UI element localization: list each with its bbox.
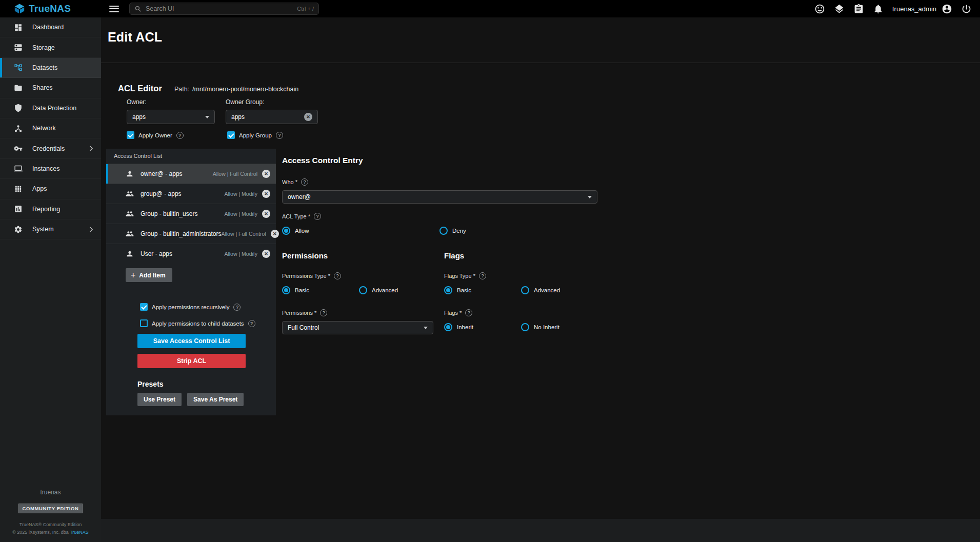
radio-allow-dot[interactable] [282, 227, 290, 235]
strip-acl-button[interactable]: Strip ACL [137, 354, 246, 368]
notifications-bell-icon[interactable] [873, 4, 884, 14]
user-icon [126, 250, 134, 258]
sidebar-item-label: Shares [32, 84, 53, 91]
acl-type-label: ACL Type * [282, 213, 703, 220]
acl-entry-user-apps[interactable]: User - apps Allow | Modify [106, 244, 276, 264]
sidebar-item-storage[interactable]: Storage [0, 37, 101, 57]
help-icon[interactable] [233, 304, 241, 311]
help-icon[interactable] [301, 178, 308, 186]
help-icon[interactable] [248, 320, 255, 327]
jobs-layers-icon[interactable] [834, 4, 845, 14]
help-icon[interactable] [276, 132, 283, 139]
help-icon[interactable] [320, 309, 327, 316]
sidebar-item-data-protection[interactable]: Data Protection [0, 98, 101, 118]
apply-recursively-checkbox[interactable] [140, 303, 148, 311]
help-icon[interactable] [334, 272, 341, 279]
permissions-type-radio-group: Basic Advanced [282, 286, 444, 294]
use-preset-button[interactable]: Use Preset [137, 393, 182, 406]
copyright-text: TrueNAS® Community Edition © 2025 iXsyst… [0, 521, 101, 536]
apply-group-checkbox-row[interactable]: Apply Group [227, 131, 283, 139]
sidebar-item-network[interactable]: Network [0, 118, 101, 138]
delete-entry-icon[interactable] [271, 230, 279, 238]
search-shortcut-hint: Ctrl + / [297, 6, 314, 12]
help-icon[interactable] [479, 272, 486, 279]
owner-group-value: apps [231, 113, 245, 121]
radio-flags-advanced[interactable]: Advanced [521, 286, 560, 294]
apply-owner-checkbox-row[interactable]: Apply Owner [127, 131, 227, 139]
network-icon [14, 124, 23, 133]
flags-type-label: Flags Type * [444, 272, 703, 279]
help-icon[interactable] [314, 213, 321, 220]
presets-title: Presets [137, 380, 276, 388]
sidebar-item-system[interactable]: System [0, 219, 101, 239]
radio-no-inherit-dot[interactable] [521, 323, 529, 331]
delete-entry-icon[interactable] [262, 250, 270, 258]
permissions-select[interactable]: Full Control [282, 321, 433, 334]
apply-recursively-row[interactable]: Apply permissions recursively [140, 303, 276, 311]
radio-basic-dot[interactable] [444, 286, 452, 294]
radio-advanced-dot[interactable] [521, 286, 529, 294]
help-icon[interactable] [465, 309, 472, 316]
save-acl-button[interactable]: Save Access Control List [137, 334, 246, 348]
save-as-preset-button[interactable]: Save As Preset [187, 393, 244, 406]
acl-entry-builtin-administrators[interactable]: Group - builtin_administrators Allow | F… [106, 224, 276, 244]
who-select[interactable]: owner@ [282, 190, 597, 204]
radio-permissions-basic[interactable]: Basic [282, 286, 359, 294]
tasks-clipboard-icon[interactable] [853, 4, 864, 14]
acl-editor-header: ACL Editor Path: /mnt/monero-pool/monero… [118, 84, 298, 93]
radio-basic-dot[interactable] [282, 286, 290, 294]
help-icon[interactable] [176, 132, 184, 139]
delete-entry-icon[interactable] [262, 210, 270, 218]
acl-entry-builtin-users[interactable]: Group - builtin_users Allow | Modify [106, 204, 276, 224]
sidebar-item-label: Dashboard [32, 24, 64, 31]
search-box[interactable]: Ctrl + / [129, 3, 319, 15]
radio-advanced-dot[interactable] [359, 286, 367, 294]
apps-grid-icon [14, 185, 23, 193]
owner-select[interactable]: apps [127, 110, 215, 124]
truenas-logo[interactable]: TrueNAS [0, 3, 101, 14]
who-select-value: owner@ [288, 193, 311, 200]
flags-type-radio-group: Basic Advanced [444, 286, 703, 294]
radio-allow[interactable]: Allow [282, 227, 439, 235]
radio-permissions-advanced[interactable]: Advanced [359, 286, 398, 294]
hamburger-menu-button[interactable] [109, 5, 119, 13]
feedback-smiley-icon[interactable] [814, 4, 825, 14]
sidebar-item-dashboard[interactable]: Dashboard [0, 17, 101, 37]
owner-group-input[interactable]: apps [226, 110, 318, 124]
sidebar-item-datasets[interactable]: Datasets [0, 58, 101, 78]
user-menu[interactable]: truenas_admin [892, 4, 952, 14]
search-input[interactable] [146, 5, 293, 12]
group-icon [126, 210, 134, 218]
radio-deny[interactable]: Deny [439, 227, 466, 235]
radio-deny-dot[interactable] [439, 227, 448, 235]
sidebar-item-reporting[interactable]: Reporting [0, 199, 101, 219]
add-item-button[interactable]: Add Item [126, 268, 172, 282]
power-icon[interactable] [961, 4, 972, 14]
sidebar-item-label: System [32, 226, 54, 233]
apply-owner-checkbox[interactable] [127, 131, 134, 139]
datasets-icon [14, 63, 23, 72]
sidebar-item-instances[interactable]: Instances [0, 159, 101, 179]
delete-entry-icon[interactable] [262, 170, 270, 178]
chevron-down-icon [424, 327, 428, 329]
plus-icon [131, 271, 135, 279]
radio-no-inherit[interactable]: No Inherit [521, 323, 559, 331]
apply-child-datasets-row[interactable]: Apply permissions to child datasets [140, 319, 276, 327]
chevron-down-icon [205, 116, 209, 118]
truenas-footer-link[interactable]: TrueNAS [70, 530, 89, 535]
sidebar-item-apps[interactable]: Apps [0, 179, 101, 199]
apply-group-checkbox[interactable] [227, 131, 235, 139]
delete-entry-icon[interactable] [262, 190, 270, 198]
clear-icon[interactable] [304, 113, 312, 121]
acl-editor-title: ACL Editor [118, 84, 162, 93]
acl-entry-owner[interactable]: owner@ - apps Allow | Full Control [106, 164, 276, 184]
sidebar-item-credentials[interactable]: Credentials [0, 138, 101, 158]
radio-flags-basic[interactable]: Basic [444, 286, 521, 294]
apply-child-datasets-checkbox[interactable] [140, 319, 148, 327]
owner-group-label: Owner Group: [226, 98, 318, 106]
acl-entry-group[interactable]: group@ - apps Allow | Modify [106, 184, 276, 204]
username-label: truenas_admin [892, 5, 936, 13]
sidebar-item-shares[interactable]: Shares [0, 78, 101, 98]
radio-inherit-dot[interactable] [444, 323, 452, 331]
radio-inherit[interactable]: Inherit [444, 323, 521, 331]
